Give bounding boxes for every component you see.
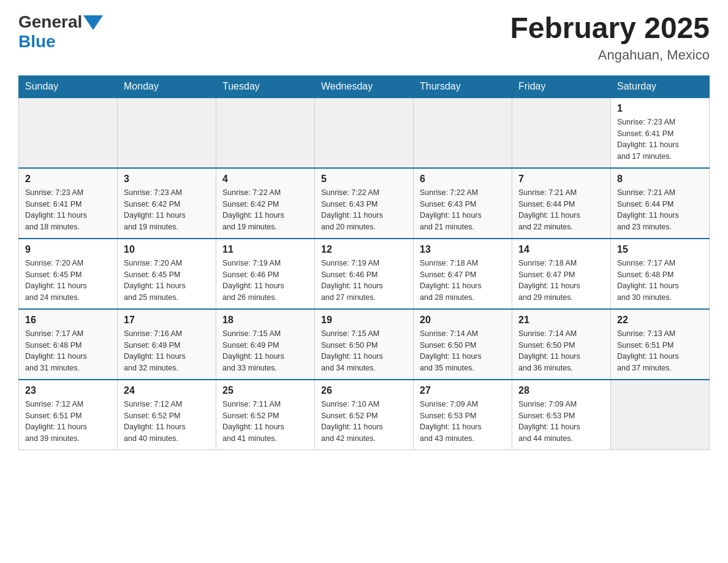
calendar-cell [118,98,216,168]
day-info: Sunrise: 7:09 AMSunset: 6:53 PMDaylight:… [518,399,604,445]
day-info: Sunrise: 7:10 AMSunset: 6:52 PMDaylight:… [321,399,407,445]
day-info: Sunrise: 7:23 AMSunset: 6:41 PMDaylight:… [25,187,111,233]
day-number: 17 [124,315,210,326]
day-header-wednesday: Wednesday [315,75,414,98]
calendar-cell: 2Sunrise: 7:23 AMSunset: 6:41 PMDaylight… [19,168,118,239]
day-number: 16 [25,315,111,326]
calendar-cell: 18Sunrise: 7:15 AMSunset: 6:49 PMDayligh… [216,309,315,380]
day-header-saturday: Saturday [611,75,710,98]
day-number: 13 [420,244,506,255]
day-number: 12 [321,244,407,255]
day-info: Sunrise: 7:13 AMSunset: 6:51 PMDaylight:… [617,328,703,374]
day-info: Sunrise: 7:12 AMSunset: 6:52 PMDaylight:… [124,399,210,445]
day-header-sunday: Sunday [19,75,118,98]
day-number: 15 [617,244,703,255]
day-number: 23 [25,385,111,396]
page-header: General Blue February 2025 Angahuan, Mex… [18,12,710,63]
calendar-cell: 1Sunrise: 7:23 AMSunset: 6:41 PMDaylight… [611,98,710,168]
calendar-cell: 13Sunrise: 7:18 AMSunset: 6:47 PMDayligh… [414,239,512,309]
day-number: 26 [321,385,407,396]
day-number: 7 [518,174,604,185]
logo-general-text: General [18,12,82,32]
day-number: 2 [25,174,111,185]
day-info: Sunrise: 7:23 AMSunset: 6:42 PMDaylight:… [124,187,210,233]
day-number: 9 [25,244,111,255]
calendar-cell: 16Sunrise: 7:17 AMSunset: 6:48 PMDayligh… [19,309,118,380]
day-number: 5 [321,174,407,185]
day-number: 6 [420,174,506,185]
calendar-title: February 2025 [510,12,710,45]
day-info: Sunrise: 7:15 AMSunset: 6:49 PMDaylight:… [222,328,308,374]
day-number: 4 [222,174,308,185]
day-info: Sunrise: 7:17 AMSunset: 6:48 PMDaylight:… [25,328,111,374]
day-header-friday: Friday [512,75,611,98]
svg-marker-0 [83,15,103,30]
week-row-5: 23Sunrise: 7:12 AMSunset: 6:51 PMDayligh… [19,380,710,450]
calendar-cell: 23Sunrise: 7:12 AMSunset: 6:51 PMDayligh… [19,380,118,450]
day-number: 24 [124,385,210,396]
calendar-cell [512,98,611,168]
day-number: 21 [518,315,604,326]
day-number: 1 [617,103,703,114]
day-number: 3 [124,174,210,185]
day-info: Sunrise: 7:16 AMSunset: 6:49 PMDaylight:… [124,328,210,374]
day-info: Sunrise: 7:12 AMSunset: 6:51 PMDaylight:… [25,399,111,445]
calendar-cell: 21Sunrise: 7:14 AMSunset: 6:50 PMDayligh… [512,309,611,380]
calendar-cell: 6Sunrise: 7:22 AMSunset: 6:43 PMDaylight… [414,168,512,239]
day-number: 10 [124,244,210,255]
calendar-cell: 7Sunrise: 7:21 AMSunset: 6:44 PMDaylight… [512,168,611,239]
day-number: 28 [518,385,604,396]
calendar-cell: 3Sunrise: 7:23 AMSunset: 6:42 PMDaylight… [118,168,216,239]
week-row-4: 16Sunrise: 7:17 AMSunset: 6:48 PMDayligh… [19,309,710,380]
logo-blue-text: Blue [18,32,56,52]
day-info: Sunrise: 7:21 AMSunset: 6:44 PMDaylight:… [518,187,604,233]
logo: General Blue [18,12,103,52]
day-number: 25 [222,385,308,396]
calendar-cell: 24Sunrise: 7:12 AMSunset: 6:52 PMDayligh… [118,380,216,450]
calendar-cell: 19Sunrise: 7:15 AMSunset: 6:50 PMDayligh… [315,309,414,380]
calendar-cell: 17Sunrise: 7:16 AMSunset: 6:49 PMDayligh… [118,309,216,380]
day-info: Sunrise: 7:09 AMSunset: 6:53 PMDaylight:… [420,399,506,445]
week-row-2: 2Sunrise: 7:23 AMSunset: 6:41 PMDaylight… [19,168,710,239]
calendar-cell [414,98,512,168]
calendar-cell: 8Sunrise: 7:21 AMSunset: 6:44 PMDaylight… [611,168,710,239]
week-row-1: 1Sunrise: 7:23 AMSunset: 6:41 PMDaylight… [19,98,710,168]
day-number: 19 [321,315,407,326]
day-info: Sunrise: 7:19 AMSunset: 6:46 PMDaylight:… [222,258,308,304]
day-info: Sunrise: 7:22 AMSunset: 6:42 PMDaylight:… [222,187,308,233]
calendar-cell: 22Sunrise: 7:13 AMSunset: 6:51 PMDayligh… [611,309,710,380]
calendar-cell: 14Sunrise: 7:18 AMSunset: 6:47 PMDayligh… [512,239,611,309]
day-info: Sunrise: 7:21 AMSunset: 6:44 PMDaylight:… [617,187,703,233]
day-info: Sunrise: 7:14 AMSunset: 6:50 PMDaylight:… [420,328,506,374]
logo-arrow-icon [83,15,103,30]
day-header-tuesday: Tuesday [216,75,315,98]
day-number: 14 [518,244,604,255]
calendar-cell: 15Sunrise: 7:17 AMSunset: 6:48 PMDayligh… [611,239,710,309]
day-info: Sunrise: 7:20 AMSunset: 6:45 PMDaylight:… [124,258,210,304]
day-header-thursday: Thursday [414,75,512,98]
week-row-3: 9Sunrise: 7:20 AMSunset: 6:45 PMDaylight… [19,239,710,309]
title-section: February 2025 Angahuan, Mexico [510,12,710,63]
calendar-cell: 28Sunrise: 7:09 AMSunset: 6:53 PMDayligh… [512,380,611,450]
calendar-table: SundayMondayTuesdayWednesdayThursdayFrid… [18,75,710,450]
day-info: Sunrise: 7:23 AMSunset: 6:41 PMDaylight:… [617,117,703,163]
day-number: 11 [222,244,308,255]
calendar-cell: 9Sunrise: 7:20 AMSunset: 6:45 PMDaylight… [19,239,118,309]
header-row: SundayMondayTuesdayWednesdayThursdayFrid… [19,75,710,98]
calendar-cell: 5Sunrise: 7:22 AMSunset: 6:43 PMDaylight… [315,168,414,239]
calendar-cell: 26Sunrise: 7:10 AMSunset: 6:52 PMDayligh… [315,380,414,450]
day-info: Sunrise: 7:15 AMSunset: 6:50 PMDaylight:… [321,328,407,374]
calendar-cell: 10Sunrise: 7:20 AMSunset: 6:45 PMDayligh… [118,239,216,309]
day-number: 27 [420,385,506,396]
day-number: 20 [420,315,506,326]
calendar-cell: 25Sunrise: 7:11 AMSunset: 6:52 PMDayligh… [216,380,315,450]
calendar-cell [19,98,118,168]
calendar-cell [315,98,414,168]
day-number: 18 [222,315,308,326]
calendar-cell: 12Sunrise: 7:19 AMSunset: 6:46 PMDayligh… [315,239,414,309]
calendar-cell: 20Sunrise: 7:14 AMSunset: 6:50 PMDayligh… [414,309,512,380]
day-header-monday: Monday [118,75,216,98]
day-number: 8 [617,174,703,185]
day-number: 22 [617,315,703,326]
day-info: Sunrise: 7:22 AMSunset: 6:43 PMDaylight:… [321,187,407,233]
